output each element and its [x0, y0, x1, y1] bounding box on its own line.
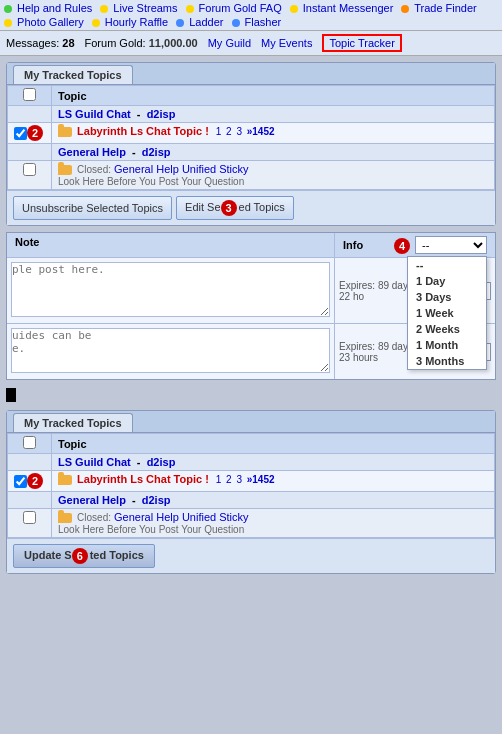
section-ls-guild-chat-1: LS Guild Chat - d2isp	[8, 106, 495, 123]
general-help-checkbox-1[interactable]	[23, 163, 36, 176]
page-3-link-1[interactable]: 3	[236, 126, 242, 137]
check-all-checkbox-2[interactable]	[23, 436, 36, 449]
dropdown-option-1month[interactable]: 1 Month	[408, 337, 486, 353]
photo-link[interactable]: Photo Gallery	[17, 16, 84, 28]
general-help-link-2[interactable]: General Help	[58, 494, 126, 506]
note-textarea-1[interactable]	[11, 262, 330, 317]
tracked-topics-panel-1: My Tracked Topics Topic LS Guild Chat	[6, 62, 496, 226]
flasher-link[interactable]: Flasher	[245, 16, 282, 28]
page-1-link-2[interactable]: 1	[216, 474, 222, 485]
topics-table-1: Topic LS Guild Chat - d2isp	[7, 85, 495, 190]
gold-label: Forum Gold: 11,000.00	[85, 37, 198, 49]
page-last-link-1[interactable]: »1452	[247, 126, 275, 137]
folder-icon-sticky-2	[58, 513, 72, 523]
info-col-header: Info 4 -- 1 Day 3 Days 1 Week 2 Weeks 1 …	[335, 233, 495, 257]
labyrinth-checkbox-1[interactable]	[14, 127, 27, 140]
nav-item-flasher[interactable]: Flasher	[232, 16, 282, 28]
black-separator	[6, 388, 16, 402]
messenger-link[interactable]: Instant Messenger	[303, 2, 394, 14]
general-help-user-2[interactable]: d2isp	[142, 494, 171, 506]
ls-guild-chat-link-2[interactable]: LS Guild Chat	[58, 456, 131, 468]
update-topics-btn[interactable]: Update S6ted Topics	[13, 544, 155, 568]
page-2-link-2[interactable]: 2	[226, 474, 232, 485]
note-textarea-col-1	[7, 258, 335, 323]
edit-btn-1[interactable]: Edit Se3ed Topics	[176, 196, 294, 220]
ls-guild-chat-user-1[interactable]: d2isp	[147, 108, 176, 120]
trade-link[interactable]: Trade Finder	[414, 2, 477, 14]
main-content: My Tracked Topics Topic LS Guild Chat	[0, 56, 502, 580]
badge-6: 6	[72, 548, 88, 564]
dropdown-option-1week[interactable]: 1 Week	[408, 305, 486, 321]
panel-tab-2[interactable]: My Tracked Topics	[13, 413, 133, 432]
page-last-link-2[interactable]: »1452	[247, 474, 275, 485]
ls-guild-chat-link-1[interactable]: LS Guild Chat	[58, 108, 131, 120]
help-link[interactable]: Help and Rules	[17, 2, 92, 14]
check-all-header-2	[8, 434, 52, 454]
nav-item-messenger[interactable]: Instant Messenger	[290, 2, 394, 14]
nav-item-trade[interactable]: Trade Finder	[401, 2, 476, 14]
folder-icon-2	[58, 475, 72, 485]
section-general-help-1: General Help - d2isp	[8, 144, 495, 161]
ls-guild-chat-user-2[interactable]: d2isp	[147, 456, 176, 468]
note-panel-header: Note Info 4 -- 1 Day 3 Days 1 Week 2 Wee…	[7, 233, 495, 258]
section-ls-guild-chat-2: LS Guild Chat - d2isp	[8, 454, 495, 471]
labyrinth-link-2[interactable]: Labyrinth Ls Chat Topic !	[77, 473, 209, 485]
general-help-topic-row-1: Closed: General Help Unified Sticky Look…	[8, 161, 495, 190]
my-guild-link[interactable]: My Guild	[208, 37, 251, 49]
unified-sticky-link-1[interactable]: General Help Unified Sticky	[114, 163, 249, 175]
nav-item-help[interactable]: Help and Rules	[4, 2, 92, 14]
info-select-1[interactable]: -- 1 Day 3 Days 1 Week 2 Weeks 1 Month 3…	[415, 236, 487, 254]
nav-item-raffle[interactable]: Hourly Raffle	[92, 16, 168, 28]
my-events-link[interactable]: My Events	[261, 37, 312, 49]
trade-icon	[401, 5, 409, 13]
forumgold-link[interactable]: Forum Gold FAQ	[199, 2, 282, 14]
help-icon	[4, 5, 12, 13]
unified-sticky-link-2[interactable]: General Help Unified Sticky	[114, 511, 249, 523]
general-help-link-1[interactable]: General Help	[58, 146, 126, 158]
page-1-link-1[interactable]: 1	[216, 126, 222, 137]
labyrinth-checkbox-2[interactable]	[14, 475, 27, 488]
check-all-checkbox-1[interactable]	[23, 88, 36, 101]
labyrinth-topic-row-1: 2 Labyrinth Ls Chat Topic ! 1 2 3 »1452	[8, 123, 495, 144]
dropdown-option-3months[interactable]: 3 Months	[408, 353, 486, 369]
general-help-user-1[interactable]: d2isp	[142, 146, 171, 158]
folder-icon-1	[58, 127, 72, 137]
nav-item-forumgold[interactable]: Forum Gold FAQ	[186, 2, 282, 14]
labyrinth-link-1[interactable]: Labyrinth Ls Chat Topic !	[77, 125, 209, 137]
dropdown-option-2weeks[interactable]: 2 Weeks	[408, 321, 486, 337]
page-3-link-2[interactable]: 3	[236, 474, 242, 485]
nav-item-ladder[interactable]: Ladder	[176, 16, 223, 28]
dropdown-option-3days[interactable]: 3 Days	[408, 289, 486, 305]
livestreams-link[interactable]: Live Streams	[113, 2, 177, 14]
top-nav: Help and Rules Live Streams Forum Gold F…	[0, 0, 502, 31]
note-textarea-col-2	[7, 324, 335, 379]
general-help-checkbox-2[interactable]	[23, 511, 36, 524]
page-nums-1: 1 2 3 »1452	[212, 126, 276, 137]
page-2-link-1[interactable]: 2	[226, 126, 232, 137]
sticky-subtext-1: Look Here Before You Post Your Question	[58, 176, 244, 187]
panel-tab-1[interactable]: My Tracked Topics	[13, 65, 133, 84]
note-col-header: Note	[7, 233, 335, 257]
unsubscribe-btn-1[interactable]: Unsubscribe Selected Topics	[13, 196, 172, 220]
topic-tracker-button[interactable]: Topic Tracker	[322, 34, 401, 52]
topic-column-header: Topic	[52, 86, 495, 106]
panel-header-1: My Tracked Topics	[7, 63, 495, 85]
topic-column-header-2: Topic	[52, 434, 495, 454]
note-panel: Note Info 4 -- 1 Day 3 Days 1 Week 2 Wee…	[6, 232, 496, 380]
ladder-icon	[176, 19, 184, 27]
raffle-link[interactable]: Hourly Raffle	[105, 16, 168, 28]
nav-item-livestreams[interactable]: Live Streams	[100, 2, 177, 14]
forumgold-icon	[186, 5, 194, 13]
note-textarea-2[interactable]	[11, 328, 330, 373]
dropdown-option-default[interactable]: --	[408, 257, 486, 273]
dropdown-option-1day[interactable]: 1 Day	[408, 273, 486, 289]
check-all-header	[8, 86, 52, 106]
page-nums-2: 1 2 3 »1452	[212, 474, 276, 485]
gold-value: 11,000.00	[149, 37, 198, 49]
messages-label: Messages: 28	[6, 37, 75, 49]
info-dropdown-container: 4 -- 1 Day 3 Days 1 Week 2 Weeks 1 Month…	[394, 236, 487, 254]
nav-item-photo[interactable]: Photo Gallery	[4, 16, 84, 28]
folder-icon-sticky-1	[58, 165, 72, 175]
ladder-link[interactable]: Ladder	[189, 16, 223, 28]
badge-3-1: 3	[221, 200, 237, 216]
